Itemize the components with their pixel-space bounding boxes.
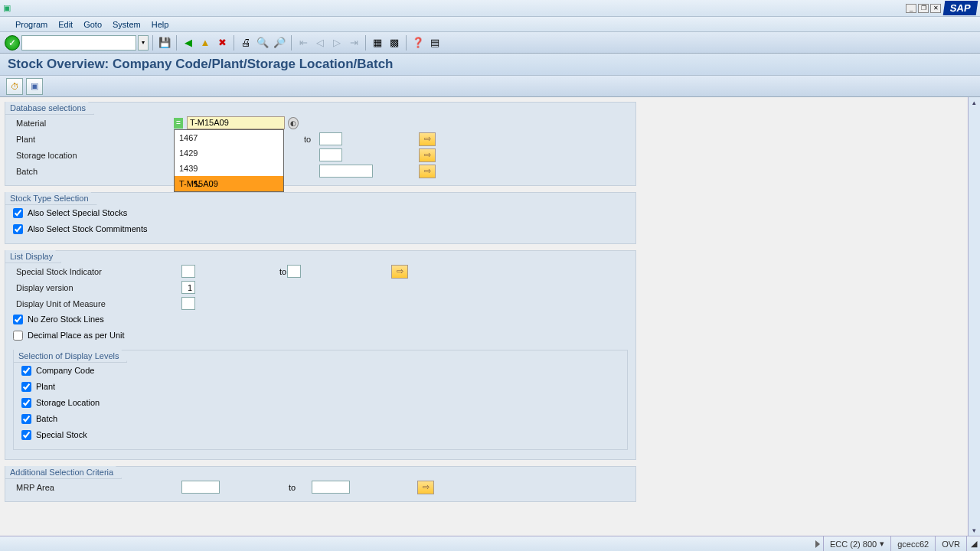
dropdown-option[interactable]: 1429 — [175, 145, 283, 161]
menu-goto[interactable]: Goto — [83, 20, 102, 29]
group-database-selections: Database selections Material = ◐ 1467 14… — [5, 102, 636, 186]
layout-icon[interactable]: ▤ — [427, 35, 443, 51]
minimize-button[interactable]: _ — [906, 4, 916, 13]
status-server: gcecc62 — [890, 536, 935, 551]
page-title: Stock Overview: Company Code/Plant/Stora… — [0, 54, 980, 76]
ssi-multiselect-button[interactable]: ⇨ — [391, 265, 408, 279]
mrp-multiselect-button[interactable]: ⇨ — [417, 481, 434, 494]
ssi-high-input[interactable] — [287, 265, 301, 278]
menubar: Program Edit Goto System Help — [0, 17, 980, 32]
find-next-icon[interactable]: 🔎 — [272, 35, 287, 51]
restore-button[interactable]: ❐ — [918, 4, 929, 13]
system-toolbar: ▾ 💾 ◀ ▲ ✖ 🖨 🔍 🔎 ⇤ ◁ ▷ ⇥ ▦ ▩ ❓ ▤ — [0, 32, 980, 54]
dropdown-option[interactable]: 1439 — [175, 161, 283, 176]
storage-high-input[interactable] — [319, 148, 342, 161]
menu-edit[interactable]: Edit — [58, 20, 73, 29]
back-icon[interactable]: ◀ — [181, 35, 196, 51]
status-expand-icon[interactable] — [815, 540, 820, 548]
dropdown-option-selected[interactable]: T-M15A09 — [175, 176, 283, 191]
variant-button[interactable]: ▣ — [26, 78, 43, 95]
help-icon[interactable]: ❓ — [410, 35, 426, 51]
material-input[interactable] — [187, 116, 285, 129]
ssi-low-input[interactable] — [181, 265, 195, 278]
label-to: to — [195, 267, 287, 276]
subgroup-display-levels: Selection of Display Levels Company Code… — [13, 350, 628, 450]
execute-button[interactable]: ⏱ — [6, 78, 23, 95]
exit-icon[interactable]: ▲ — [198, 35, 213, 51]
label-display-uom: Display Unit of Measure — [13, 299, 181, 308]
display-uom-input[interactable] — [181, 297, 195, 310]
group-list-display: List Display Special Stock Indicator to … — [5, 250, 636, 460]
label-special-stock-indicator: Special Stock Indicator — [13, 267, 181, 276]
status-system: ECC (2) 800 ▾ — [823, 536, 890, 551]
label-to: to — [287, 135, 319, 144]
command-field[interactable] — [21, 35, 136, 51]
group-title-list-display: List Display — [5, 250, 61, 263]
group-additional-criteria: Additional Selection Criteria MRP Area t… — [5, 466, 636, 502]
label-storage: Storage location — [13, 151, 174, 160]
menu-help[interactable]: Help — [152, 20, 169, 29]
selection-option-icon[interactable]: = — [174, 118, 183, 129]
checkbox-batch[interactable]: Batch — [21, 414, 57, 425]
batch-multiselect-button[interactable]: ⇨ — [419, 165, 436, 178]
application-toolbar: ⏱ ▣ — [0, 76, 980, 97]
label-material: Material — [13, 119, 174, 128]
storage-multiselect-button[interactable]: ⇨ — [419, 148, 436, 162]
cancel-icon[interactable]: ✖ — [214, 35, 230, 51]
menu-system[interactable]: System — [113, 20, 141, 29]
statusbar: ECC (2) 800 ▾ gcecc62 OVR ◢ — [0, 536, 980, 551]
checkbox-stock-commitments[interactable]: Also Select Stock Commitments — [13, 224, 148, 235]
prev-page-icon[interactable]: ◁ — [312, 35, 328, 51]
shortcut-icon[interactable]: ▩ — [387, 35, 402, 51]
last-page-icon[interactable]: ⇥ — [346, 35, 361, 51]
window-titlebar: ▣ _ ❐ ✕ SAP — [0, 0, 980, 17]
close-button[interactable]: ✕ — [930, 4, 941, 13]
status-mode: OVR — [935, 536, 966, 551]
mrp-high-input[interactable] — [312, 481, 350, 494]
menu-program[interactable]: Program — [15, 20, 47, 29]
checkbox-special-stock[interactable]: Special Stock — [21, 430, 87, 441]
group-title-stock-type: Stock Type Selection — [5, 192, 97, 205]
label-to: to — [220, 483, 312, 492]
next-page-icon[interactable]: ▷ — [329, 35, 345, 51]
app-menu-icon[interactable]: ▣ — [3, 3, 11, 13]
scroll-up-icon[interactable]: ▴ — [970, 99, 979, 106]
enter-button[interactable] — [5, 35, 20, 51]
checkbox-storage-location[interactable]: Storage Location — [21, 398, 100, 409]
label-display-version: Display version — [13, 283, 181, 292]
batch-high-input[interactable] — [319, 165, 373, 178]
first-page-icon[interactable]: ⇤ — [296, 35, 311, 51]
status-corner-icon: ◢ — [966, 536, 980, 551]
label-plant: Plant — [13, 135, 174, 144]
content-area: Database selections Material = ◐ 1467 14… — [0, 97, 968, 536]
checkbox-decimal-per-unit[interactable]: Decimal Place as per Unit — [13, 331, 125, 341]
plant-multiselect-button[interactable]: ⇨ — [419, 132, 436, 146]
vertical-scrollbar[interactable]: ▴ ▾ — [968, 97, 980, 536]
command-dropdown[interactable]: ▾ — [138, 35, 149, 51]
dropdown-option[interactable]: 1467 — [175, 130, 283, 145]
session-icon[interactable]: ▦ — [370, 35, 385, 51]
sap-logo: SAP — [943, 1, 978, 15]
mrp-low-input[interactable] — [181, 481, 220, 494]
label-batch: Batch — [13, 167, 174, 176]
plant-high-input[interactable] — [319, 132, 342, 145]
material-f4-help-icon[interactable]: ◐ — [288, 117, 299, 129]
group-title-additional: Additional Selection Criteria — [5, 466, 122, 479]
scroll-down-icon[interactable]: ▾ — [970, 527, 979, 534]
find-icon[interactable]: 🔍 — [255, 35, 270, 51]
group-stock-type: Stock Type Selection Also Select Special… — [5, 192, 636, 244]
checkbox-no-zero-stock[interactable]: No Zero Stock Lines — [13, 315, 104, 325]
print-icon[interactable]: 🖨 — [238, 35, 253, 51]
group-title-database: Database selections — [5, 102, 94, 115]
group-title-display-levels: Selection of Display Levels — [14, 350, 127, 363]
checkbox-special-stocks[interactable]: Also Select Special Stocks — [13, 208, 127, 219]
checkbox-company-code[interactable]: Company Code — [21, 366, 94, 377]
display-version-input[interactable] — [181, 281, 195, 294]
material-dropdown-list: 1467 1429 1439 T-M15A09 — [174, 129, 284, 192]
checkbox-plant[interactable]: Plant — [21, 382, 55, 393]
label-mrp-area: MRP Area — [13, 483, 181, 492]
save-icon[interactable]: 💾 — [157, 35, 172, 51]
